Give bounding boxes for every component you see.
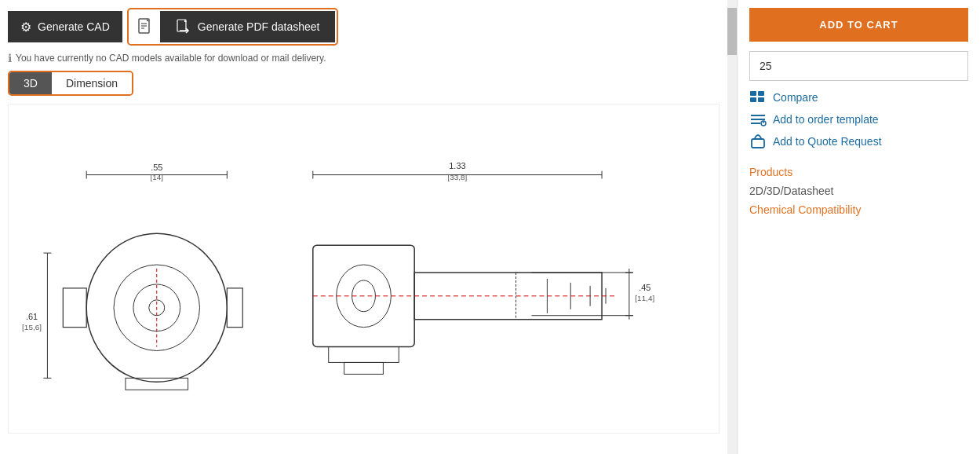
generate-pdf-label: Generate PDF datasheet <box>198 20 320 33</box>
sidebar: ADD TO CART Compare <box>737 0 980 454</box>
svg-rect-45 <box>329 347 399 363</box>
svg-text:.55: .55 <box>151 163 162 172</box>
quote-request-link[interactable]: Add to Quote Request <box>749 134 968 148</box>
products-nav-link[interactable]: Products <box>749 164 968 180</box>
pdf-section-wrapper: Generate PDF datasheet <box>127 8 339 46</box>
pdf-file-icon <box>137 18 154 35</box>
quote-request-label: Add to Quote Request <box>773 135 882 148</box>
pdf-icon-button[interactable] <box>130 13 160 40</box>
generate-pdf-button[interactable]: Generate PDF datasheet <box>160 11 336 42</box>
svg-rect-50 <box>750 97 756 102</box>
svg-text:1.33: 1.33 <box>449 161 465 170</box>
svg-text:[14]: [14] <box>150 173 163 181</box>
svg-rect-48 <box>750 91 756 96</box>
gear-icon: ⚙ <box>20 20 31 35</box>
datasheet-nav-link[interactable]: 2D/3D/Datasheet <box>749 183 968 199</box>
compare-link[interactable]: Compare <box>749 90 968 104</box>
action-links: Compare Add to order template <box>749 90 968 148</box>
svg-text:[33,8]: [33,8] <box>447 173 467 181</box>
pdf-arrow-icon <box>176 19 191 35</box>
svg-rect-16 <box>227 288 242 328</box>
nav-links: Products 2D/3D/Datasheet Chemical Compat… <box>749 164 968 218</box>
add-to-cart-button[interactable]: ADD TO CART <box>749 8 968 42</box>
compare-icon <box>749 90 767 104</box>
list-icon <box>749 112 767 126</box>
cad-info-text: ℹ You have currently no CAD models avail… <box>8 52 720 64</box>
svg-rect-17 <box>126 378 188 390</box>
svg-rect-57 <box>752 139 764 148</box>
svg-rect-15 <box>63 288 86 328</box>
drawing-area: .55 [14] .61 <box>8 104 720 434</box>
3d-view-button[interactable]: 3D <box>9 72 52 94</box>
quantity-input[interactable] <box>749 51 968 81</box>
svg-rect-51 <box>758 97 764 102</box>
order-template-link[interactable]: Add to order template <box>749 112 968 126</box>
toolbar: ⚙ Generate CAD <box>8 8 720 46</box>
generate-cad-label: Generate CAD <box>38 20 110 33</box>
svg-text:[15,6]: [15,6] <box>22 323 42 331</box>
bag-icon <box>749 134 767 148</box>
generate-cad-button[interactable]: ⚙ Generate CAD <box>8 11 122 42</box>
svg-text:.61: .61 <box>26 312 38 321</box>
svg-rect-46 <box>344 362 384 374</box>
view-toggle-wrapper: 3D Dimension <box>8 71 133 96</box>
chemical-nav-link[interactable]: Chemical Compatibility <box>749 202 968 218</box>
scrollbar-thumb[interactable] <box>727 8 737 55</box>
info-icon: ℹ <box>8 52 12 64</box>
svg-text:.45: .45 <box>639 283 650 292</box>
scrollbar[interactable] <box>727 0 737 454</box>
svg-text:[11,4]: [11,4] <box>635 294 654 302</box>
dimension-view-button[interactable]: Dimension <box>52 72 132 94</box>
compare-label: Compare <box>773 91 818 104</box>
svg-rect-49 <box>758 91 764 96</box>
order-template-label: Add to order template <box>773 113 879 126</box>
